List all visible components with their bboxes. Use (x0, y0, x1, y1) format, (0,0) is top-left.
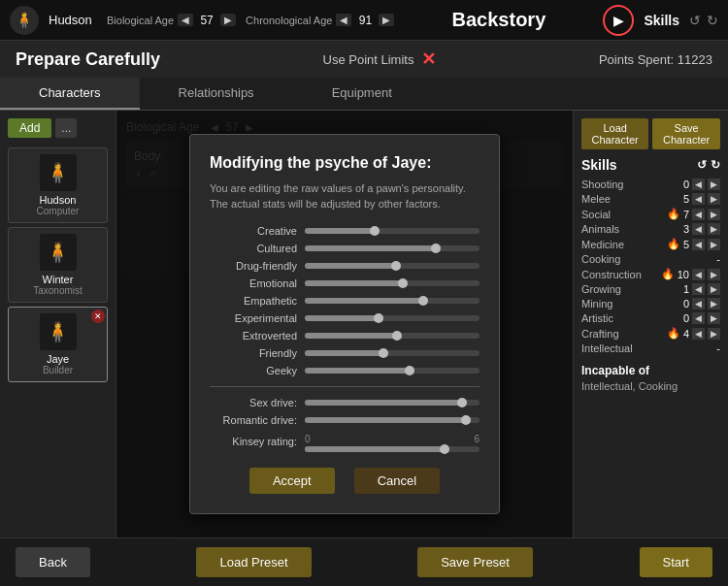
load-preset-button[interactable]: Load Preset (196, 547, 311, 577)
skill-dec-construction[interactable]: ◀ (692, 269, 705, 280)
skill-dec-crafting[interactable]: ◀ (692, 328, 705, 340)
skills-reset-icon[interactable]: ↺ (697, 158, 707, 172)
skills-section-title: Skills ↺ ↻ (581, 157, 720, 173)
trait-slider-experimental[interactable] (305, 315, 480, 321)
kinsey-numbers: 0 6 (305, 434, 480, 444)
tab-characters[interactable]: Characters (0, 78, 140, 110)
character-card-hudson[interactable]: 🧍 Hudson Computer (8, 147, 108, 223)
trait-slider-geeky[interactable] (305, 368, 480, 374)
skill-inc-shooting[interactable]: ▶ (708, 179, 720, 190)
skill-name-medicine: Medicine (581, 239, 624, 250)
skill-refresh-icon[interactable]: ↻ (707, 13, 718, 28)
skill-name-melee: Melee (581, 193, 611, 205)
tab-equipment[interactable]: Equipment (293, 78, 431, 110)
delete-jaye-icon[interactable]: ✕ (91, 309, 105, 323)
skill-val-group-shooting: 0 ◀ ▶ (683, 179, 720, 190)
skill-dec-medicine[interactable]: ◀ (692, 239, 705, 250)
skill-dec-artistic[interactable]: ◀ (692, 312, 705, 324)
skill-name-shooting: Shooting (581, 179, 623, 190)
kinsey-slider[interactable] (305, 446, 480, 452)
skill-name-animals: Animals (581, 223, 619, 235)
sex-drive-row: Sex drive: (210, 397, 480, 408)
skill-value-artistic: 0 (683, 312, 689, 324)
kinsey-row: Kinsey rating: 0 6 (210, 432, 480, 452)
trait-slider-extroverted[interactable] (305, 333, 480, 339)
trait-thumb-friendly (379, 348, 388, 358)
fire-icon-social: 🔥 (667, 208, 680, 220)
skill-inc-animals[interactable]: ▶ (708, 223, 720, 235)
char-action-buttons: Load Character Save Character (581, 118, 720, 149)
skill-inc-mining[interactable]: ▶ (708, 298, 720, 309)
skill-value-medicine: 5 (683, 239, 689, 250)
skill-inc-melee[interactable]: ▶ (708, 193, 720, 205)
add-character-button[interactable]: Add (8, 118, 51, 138)
skill-dec-growing[interactable]: ◀ (692, 283, 705, 295)
avatar-winter: 🧍 (40, 234, 77, 271)
save-character-button[interactable]: Save Character (652, 118, 720, 149)
accept-button[interactable]: Accept (249, 468, 335, 494)
trait-label-friendly: Friendly (210, 347, 297, 359)
skill-dec-mining[interactable]: ◀ (692, 298, 705, 309)
char-role-jaye: Builder (43, 365, 73, 375)
skill-val-group-medicine: 🔥 5 ◀ ▶ (667, 238, 720, 250)
skill-inc-crafting[interactable]: ▶ (708, 328, 720, 340)
skill-name-social: Social (581, 209, 611, 220)
kinsey-max: 6 (474, 434, 480, 444)
skills-refresh-icon[interactable]: ↻ (711, 158, 720, 172)
kinsey-label: Kinsey rating: (210, 436, 297, 447)
tab-relationships[interactable]: Relationships (140, 78, 293, 110)
trait-slider-empathetic[interactable] (305, 298, 480, 304)
chron-age-value: 91 (355, 14, 375, 27)
skill-inc-growing[interactable]: ▶ (708, 283, 720, 295)
main-area: Prepare Carefully Use Point Limits ✕ Poi… (0, 41, 728, 537)
trait-slider-drug-friendly[interactable] (305, 263, 480, 269)
skill-dec-melee[interactable]: ◀ (692, 193, 705, 205)
trait-thumb-creative (370, 226, 380, 236)
skill-reset-icon[interactable]: ↺ (689, 13, 701, 28)
trait-label-creative: Creative (210, 225, 297, 237)
bio-age-decrease[interactable]: ◀ (178, 14, 193, 26)
back-button[interactable]: Back (16, 547, 90, 577)
sex-drive-thumb (457, 398, 467, 407)
play-button[interactable]: ▶ (603, 5, 634, 36)
skill-row-crafting: Crafting 🔥 4 ◀ ▶ (581, 327, 720, 340)
skill-dec-social[interactable]: ◀ (692, 209, 705, 220)
trait-fill-experimental (305, 315, 379, 321)
skill-dec-animals[interactable]: ◀ (692, 223, 705, 235)
trait-slider-friendly[interactable] (305, 350, 480, 356)
skill-value-cooking: - (716, 253, 720, 265)
trait-fill-drug-friendly (305, 263, 396, 269)
skill-dec-shooting[interactable]: ◀ (692, 179, 705, 190)
chron-age-decrease[interactable]: ◀ (336, 14, 351, 26)
cancel-button[interactable]: Cancel (354, 468, 440, 494)
chron-age-increase[interactable]: ▶ (379, 14, 394, 26)
start-button[interactable]: Start (640, 547, 712, 577)
sex-drive-slider[interactable] (305, 400, 480, 406)
romantic-drive-slider[interactable] (305, 417, 480, 423)
incapable-section: Incapable of Intellectual, Cooking (581, 364, 720, 392)
skills-label: Skills (644, 13, 679, 28)
trait-thumb-extroverted (392, 331, 402, 341)
skill-inc-social[interactable]: ▶ (708, 209, 720, 220)
save-preset-button[interactable]: Save Preset (417, 547, 533, 577)
character-card-winter[interactable]: 🧍 Winter Taxonomist (8, 227, 108, 303)
char-name-jaye: Jaye (47, 353, 69, 365)
sex-drive-label: Sex drive: (210, 397, 297, 408)
character-list: Add ... 🧍 Hudson Computer 🧍 Winter Taxon… (0, 111, 116, 537)
skill-inc-construction[interactable]: ▶ (708, 269, 720, 280)
close-point-limits-icon[interactable]: ✕ (421, 49, 436, 70)
skill-inc-artistic[interactable]: ▶ (708, 312, 720, 324)
character-card-jaye[interactable]: ✕ 🧍 Jaye Builder (8, 307, 108, 382)
more-options-button[interactable]: ... (55, 118, 77, 138)
modal-overlay: Modifying the psyche of Jaye: You are ed… (116, 111, 573, 537)
trait-label-emotional: Emotional (210, 277, 297, 289)
load-character-button[interactable]: Load Character (581, 118, 648, 149)
skill-val-group-construction: 🔥 10 ◀ ▶ (661, 268, 720, 280)
trait-slider-cultured[interactable] (305, 245, 480, 251)
trait-slider-emotional[interactable] (305, 280, 480, 286)
bio-age-increase[interactable]: ▶ (220, 14, 236, 26)
skill-row-medicine: Medicine 🔥 5 ◀ ▶ (581, 238, 720, 250)
skill-inc-medicine[interactable]: ▶ (708, 239, 720, 250)
char-name-hudson: Hudson (40, 194, 77, 206)
trait-slider-creative[interactable] (305, 228, 480, 234)
